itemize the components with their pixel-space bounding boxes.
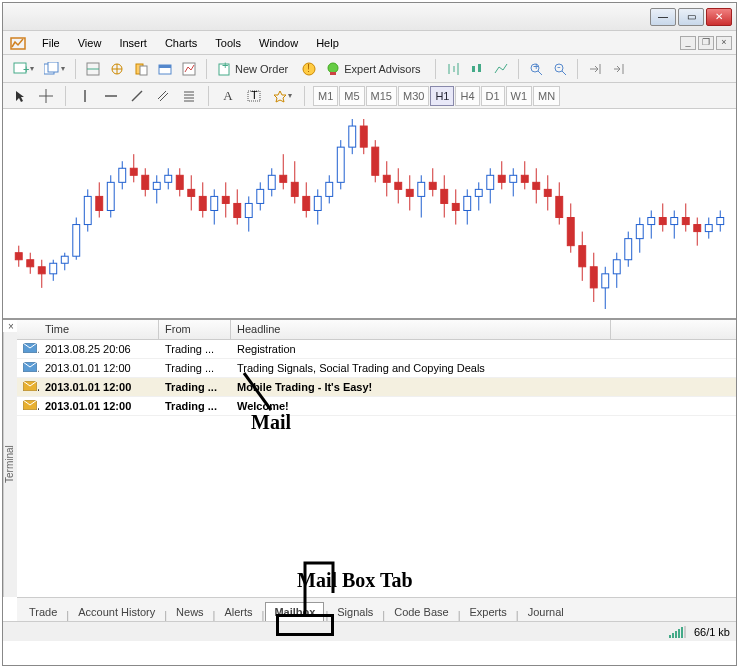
close-button[interactable]: ✕ bbox=[706, 8, 732, 26]
auto-scroll-button[interactable] bbox=[584, 58, 606, 80]
menu-insert[interactable]: Insert bbox=[110, 34, 156, 52]
svg-rect-152 bbox=[613, 260, 620, 274]
svg-rect-168 bbox=[705, 225, 712, 232]
svg-rect-54 bbox=[50, 263, 57, 274]
metaeditor-button[interactable]: ! bbox=[298, 58, 320, 80]
objects-button[interactable]: ▾ bbox=[269, 85, 296, 107]
svg-text:+: + bbox=[533, 62, 539, 72]
terminal-label: Terminal bbox=[3, 332, 17, 597]
zoom-in-button[interactable]: + bbox=[525, 58, 547, 80]
mail-col-icon[interactable] bbox=[17, 320, 39, 339]
menu-charts[interactable]: Charts bbox=[156, 34, 206, 52]
svg-rect-102 bbox=[326, 182, 333, 196]
svg-rect-160 bbox=[659, 218, 666, 225]
chart-shift-button[interactable] bbox=[608, 58, 630, 80]
tab-news[interactable]: News bbox=[168, 603, 212, 621]
svg-rect-154 bbox=[625, 239, 632, 260]
mdi-minimize-button[interactable]: _ bbox=[680, 36, 696, 50]
equidistant-channel-tool[interactable] bbox=[152, 85, 174, 107]
svg-rect-118 bbox=[418, 182, 425, 196]
mdi-close-button[interactable]: × bbox=[716, 36, 732, 50]
cursor-tool[interactable] bbox=[9, 85, 31, 107]
timeframe-m1[interactable]: M1 bbox=[313, 86, 338, 106]
timeframe-m30[interactable]: M30 bbox=[398, 86, 429, 106]
mail-col-from[interactable]: From bbox=[159, 320, 231, 339]
timeframe-d1[interactable]: D1 bbox=[481, 86, 505, 106]
menu-window[interactable]: Window bbox=[250, 34, 307, 52]
tab-journal[interactable]: Journal bbox=[520, 603, 572, 621]
candle-chart-button[interactable] bbox=[466, 58, 488, 80]
svg-rect-124 bbox=[452, 203, 459, 210]
mail-row[interactable]: 2013.01.01 12:00Trading ...Welcome! bbox=[17, 397, 736, 416]
timeframe-h1[interactable]: H1 bbox=[430, 86, 454, 106]
mail-time: 2013.01.01 12:00 bbox=[39, 379, 159, 395]
mail-row[interactable]: 2013.08.25 20:06Trading ...Registration bbox=[17, 340, 736, 359]
timeframe-h4[interactable]: H4 bbox=[455, 86, 479, 106]
mail-col-headline[interactable]: Headline bbox=[231, 320, 611, 339]
strategy-tester-button[interactable] bbox=[178, 58, 200, 80]
mail-row[interactable]: 2013.01.01 12:00Trading ...Mobile Tradin… bbox=[17, 378, 736, 397]
tab-experts[interactable]: Experts bbox=[461, 603, 514, 621]
svg-rect-52 bbox=[38, 267, 45, 274]
navigator-button[interactable] bbox=[106, 58, 128, 80]
text-tool[interactable]: A bbox=[217, 85, 239, 107]
vertical-line-tool[interactable] bbox=[74, 85, 96, 107]
menu-tools[interactable]: Tools bbox=[206, 34, 250, 52]
svg-rect-140 bbox=[544, 189, 551, 196]
expert-advisors-button[interactable]: Expert Advisors bbox=[322, 58, 428, 80]
tab-alerts[interactable]: Alerts bbox=[216, 603, 260, 621]
tab-trade[interactable]: Trade bbox=[21, 603, 65, 621]
data-window-button[interactable] bbox=[130, 58, 152, 80]
svg-rect-24 bbox=[472, 66, 475, 72]
tab-account-history[interactable]: Account History bbox=[70, 603, 163, 621]
annotation-highlight-box bbox=[276, 614, 334, 636]
svg-text:+: + bbox=[23, 63, 29, 75]
bar-chart-button[interactable] bbox=[442, 58, 464, 80]
line-chart-button[interactable] bbox=[490, 58, 512, 80]
menu-file[interactable]: File bbox=[33, 34, 69, 52]
new-chart-button[interactable]: +▾ bbox=[9, 58, 38, 80]
svg-rect-128 bbox=[475, 189, 482, 196]
mail-header-row: Time From Headline bbox=[17, 320, 736, 340]
svg-rect-170 bbox=[717, 218, 724, 225]
timeframe-m15[interactable]: M15 bbox=[366, 86, 397, 106]
svg-rect-166 bbox=[694, 225, 701, 232]
chart-area[interactable] bbox=[3, 109, 736, 319]
terminal-close-icon[interactable]: × bbox=[5, 320, 17, 332]
mail-col-time[interactable]: Time bbox=[39, 320, 159, 339]
timeframe-bar: M1M5M15M30H1H4D1W1MN bbox=[313, 86, 561, 106]
svg-text:-: - bbox=[557, 62, 561, 72]
timeframe-m5[interactable]: M5 bbox=[339, 86, 364, 106]
tab-code-base[interactable]: Code Base bbox=[386, 603, 456, 621]
mail-headline: Trading Signals, Social Trading and Copy… bbox=[231, 360, 611, 376]
horizontal-line-tool[interactable] bbox=[100, 85, 122, 107]
mail-time: 2013.01.01 12:00 bbox=[39, 398, 159, 414]
menu-help[interactable]: Help bbox=[307, 34, 348, 52]
mail-time: 2013.01.01 12:00 bbox=[39, 360, 159, 376]
tab-signals[interactable]: Signals bbox=[329, 603, 381, 621]
zoom-out-button[interactable]: - bbox=[549, 58, 571, 80]
maximize-button[interactable]: ▭ bbox=[678, 8, 704, 26]
svg-rect-142 bbox=[556, 196, 563, 217]
crosshair-tool[interactable] bbox=[35, 85, 57, 107]
mail-headline: Mobile Trading - It's Easy! bbox=[231, 379, 611, 395]
terminal-button[interactable] bbox=[154, 58, 176, 80]
timeframe-w1[interactable]: W1 bbox=[506, 86, 533, 106]
text-label-tool[interactable]: T bbox=[243, 85, 265, 107]
svg-rect-110 bbox=[372, 147, 379, 175]
mail-row[interactable]: 2013.01.01 12:00Trading ...Trading Signa… bbox=[17, 359, 736, 378]
fibonacci-tool[interactable] bbox=[178, 85, 200, 107]
profiles-button[interactable]: ▾ bbox=[40, 58, 69, 80]
mdi-restore-button[interactable]: ❐ bbox=[698, 36, 714, 50]
svg-rect-13 bbox=[159, 65, 171, 68]
market-watch-button[interactable] bbox=[82, 58, 104, 80]
svg-rect-14 bbox=[183, 63, 195, 75]
svg-rect-80 bbox=[199, 196, 206, 210]
trendline-tool[interactable] bbox=[126, 85, 148, 107]
svg-rect-56 bbox=[61, 256, 68, 263]
timeframe-mn[interactable]: MN bbox=[533, 86, 560, 106]
menu-view[interactable]: View bbox=[69, 34, 111, 52]
new-order-button[interactable]: +New Order bbox=[213, 58, 296, 80]
minimize-button[interactable]: — bbox=[650, 8, 676, 26]
svg-rect-108 bbox=[360, 126, 367, 147]
